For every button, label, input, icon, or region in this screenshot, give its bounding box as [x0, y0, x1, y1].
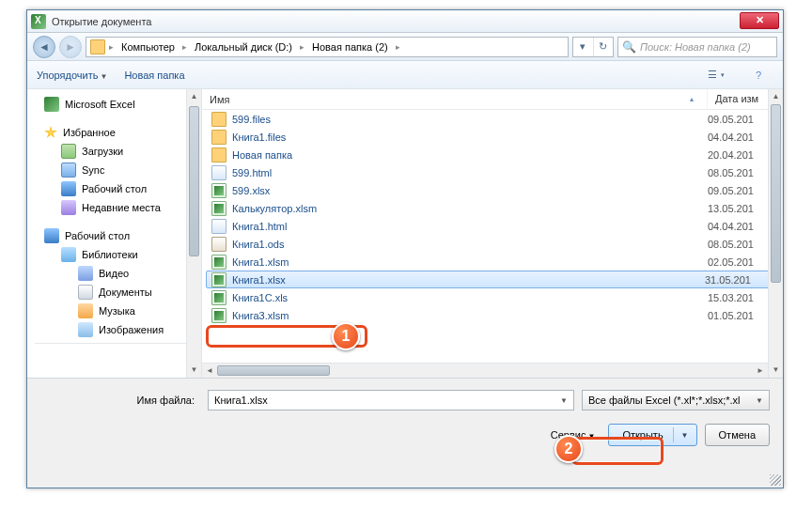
column-name[interactable]: Имя▴	[202, 89, 708, 109]
xlsx-icon	[211, 290, 226, 305]
file-row[interactable]: Книга1.html04.04.201	[202, 217, 783, 235]
nav-bar: ◄ ► ▸ Компьютер ▸ Локальный диск (D:) ▸ …	[27, 33, 783, 61]
file-name: Книга1.ods	[232, 239, 702, 250]
resize-grip[interactable]	[770, 474, 781, 486]
sidebar-item-downloads[interactable]: Загрузки	[27, 142, 201, 161]
chevron-down-icon[interactable]: ▼	[756, 396, 763, 405]
sidebar-item-recent[interactable]: Недавние места	[27, 198, 201, 217]
sidebar-item-documents[interactable]: Документы	[27, 283, 201, 302]
help-button[interactable]: ?	[743, 66, 773, 85]
filename-label: Имя файла:	[40, 395, 200, 406]
scroll-left-icon[interactable]: ◄	[202, 364, 217, 378]
chevron-right-icon: ▸	[394, 42, 402, 52]
view-options-button[interactable]: ☰	[695, 66, 738, 85]
ods-icon	[211, 237, 226, 252]
sidebar-item-music[interactable]: Музыка	[27, 302, 201, 320]
document-icon	[78, 285, 93, 300]
titlebar: Открытие документа ✕	[27, 10, 783, 33]
xlsx-icon	[211, 201, 226, 216]
sidebar-scrollbar[interactable]: ▲ ▼	[186, 89, 201, 378]
search-placeholder: Поиск: Новая папка (2)	[640, 41, 751, 53]
file-row[interactable]: Книга1.ods08.05.201	[202, 235, 783, 253]
crumb-disk[interactable]: Локальный диск (D:)	[191, 41, 296, 53]
folder-icon	[90, 39, 105, 54]
excel-icon	[44, 97, 59, 112]
scroll-right-icon[interactable]: ►	[753, 364, 768, 378]
scroll-up-icon[interactable]: ▲	[187, 89, 201, 104]
divider	[35, 343, 194, 344]
file-row[interactable]: 599.xlsx09.05.201	[202, 181, 783, 199]
filename-input[interactable]: Книга1.xlsx▼	[208, 390, 574, 410]
filetype-select[interactable]: Все файлы Excel (*.xl*;*.xlsx;*.xl▼	[582, 390, 770, 410]
file-row[interactable]: Калькулятор.xlsm13.05.201	[202, 199, 783, 217]
chevron-right-icon: ▸	[107, 42, 116, 52]
file-name: Книга1.html	[232, 221, 702, 232]
sidebar-item-desktop[interactable]: Рабочий стол	[27, 179, 201, 198]
excel-icon	[31, 14, 46, 29]
scroll-up-icon[interactable]: ▲	[769, 89, 783, 104]
file-row[interactable]: Книга3.xlsm01.05.201	[202, 306, 783, 324]
open-button[interactable]: Открыть▼	[608, 424, 696, 446]
file-name: Калькулятор.xlsm	[232, 203, 702, 214]
html-icon	[211, 165, 226, 180]
callout-badge-1: 1	[332, 322, 360, 350]
scroll-thumb[interactable]	[217, 365, 330, 376]
sidebar-item-video[interactable]: Видео	[27, 264, 201, 283]
html-icon	[211, 219, 226, 234]
desktop-icon	[61, 181, 76, 196]
sidebar-item-sync[interactable]: Sync	[27, 161, 201, 179]
file-name: Книга1.files	[232, 132, 702, 143]
nav-forward-button[interactable]: ►	[59, 36, 82, 58]
xlsx-icon	[211, 255, 226, 270]
search-input[interactable]: 🔍 Поиск: Новая папка (2)	[617, 37, 777, 57]
file-row[interactable]: Новая папка20.04.201	[202, 146, 783, 163]
callout-badge-2: 2	[554, 435, 583, 463]
file-name: 599.files	[232, 114, 702, 125]
close-button[interactable]: ✕	[740, 12, 779, 29]
refresh-button[interactable]: ↻	[594, 38, 614, 56]
sidebar-item-excel[interactable]: Microsoft Excel	[27, 95, 201, 114]
recent-icon	[61, 200, 76, 215]
file-row[interactable]: Книга1С.xls15.03.201	[202, 288, 783, 306]
nav-back-button[interactable]: ◄	[33, 36, 55, 58]
window-title: Открытие документа	[52, 16, 740, 27]
folder-icon	[211, 112, 226, 127]
content-area: Microsoft Excel Избранное Загрузки Sync …	[27, 89, 783, 379]
vertical-scrollbar[interactable]: ▲ ▼	[768, 89, 783, 378]
file-name: Книга1.xlsx	[232, 274, 699, 286]
scroll-thumb[interactable]	[189, 106, 199, 256]
file-row[interactable]: Книга1.files04.04.201	[202, 128, 783, 146]
crumb-computer[interactable]: Компьютер	[117, 41, 179, 53]
sync-icon	[61, 163, 76, 178]
file-row[interactable]: Книга1.xlsx31.05.201	[206, 271, 781, 288]
history-dropdown[interactable]: ▾	[573, 38, 594, 56]
sidebar-item-favorites[interactable]: Избранное	[27, 123, 201, 142]
file-name: Книга1С.xls	[232, 292, 702, 303]
sidebar-item-images[interactable]: Изображения	[27, 320, 201, 339]
chevron-down-icon[interactable]: ▼	[678, 431, 693, 440]
column-headers: Имя▴ Дата изм	[202, 89, 783, 110]
organize-menu[interactable]: Упорядочить▼	[37, 70, 107, 81]
breadcrumb[interactable]: ▸ Компьютер ▸ Локальный диск (D:) ▸ Нова…	[86, 37, 569, 57]
sidebar-item-desktop-root[interactable]: Рабочий стол	[27, 226, 201, 245]
sidebar-item-libraries[interactable]: Библиотеки	[27, 245, 201, 264]
scroll-down-icon[interactable]: ▼	[769, 363, 783, 378]
desktop-icon	[44, 228, 59, 243]
crumb-folder[interactable]: Новая папка (2)	[308, 41, 392, 53]
new-folder-button[interactable]: Новая папка	[124, 70, 184, 81]
file-row[interactable]: 599.html08.05.201	[202, 163, 783, 181]
folder-icon	[211, 147, 226, 163]
scroll-thumb[interactable]	[771, 104, 781, 283]
cancel-button[interactable]: Отмена	[705, 424, 770, 446]
file-row[interactable]: Книга1.xlsm02.05.201	[202, 253, 783, 271]
scroll-down-icon[interactable]: ▼	[187, 363, 201, 378]
folder-icon	[211, 130, 226, 145]
file-name: 599.xlsx	[232, 185, 702, 196]
nav-sidebar: Microsoft Excel Избранное Загрузки Sync …	[27, 89, 202, 378]
chevron-down-icon[interactable]: ▼	[560, 396, 568, 405]
file-row[interactable]: 599.files09.05.201	[202, 110, 783, 128]
search-icon: 🔍	[622, 40, 636, 54]
file-name: Книга1.xlsm	[232, 256, 702, 268]
file-name: Новая папка	[232, 149, 702, 161]
horizontal-scrollbar[interactable]: ◄ ►	[202, 363, 768, 378]
